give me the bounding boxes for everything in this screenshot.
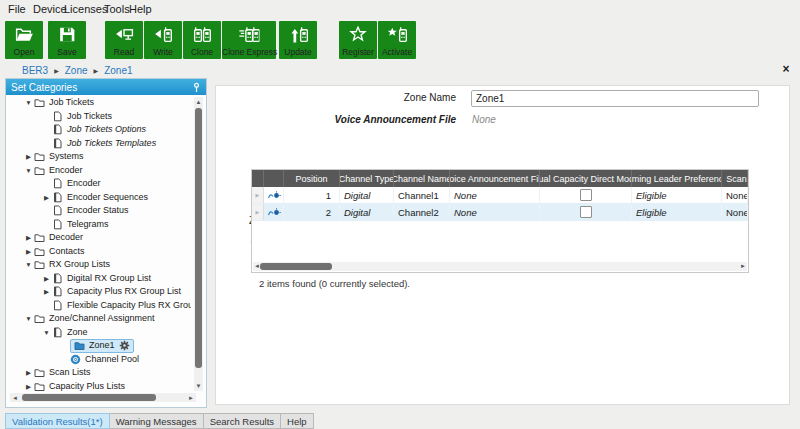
cell-scan[interactable]: None: [722, 204, 748, 220]
tree-item-job-tickets-templates[interactable]: Job Tickets Templates: [7, 137, 191, 151]
tree-item-flexible-capacity-plus-rx-group-list[interactable]: Flexible Capacity Plus RX Group List: [7, 299, 191, 313]
tree-item-digital-rx-group-list[interactable]: ▶Digital RX Group List: [7, 272, 191, 286]
menu-file[interactable]: File: [8, 3, 26, 15]
write-button[interactable]: Write: [144, 21, 182, 59]
column-header-position[interactable]: Position: [284, 170, 340, 187]
tree-item-zone[interactable]: ▼Zone: [7, 326, 191, 340]
tree-selected-item[interactable]: Zone1: [70, 339, 134, 353]
expander-collapsed-icon[interactable]: ▶: [41, 285, 52, 299]
expander-expanded-icon[interactable]: ▼: [41, 326, 52, 340]
tree-item-zone-channel-assignment[interactable]: ▼Zone/Channel Assignment: [7, 312, 191, 326]
tab-validation-results-1[interactable]: Validation Results(1*): [5, 413, 110, 429]
menu-device[interactable]: Device: [33, 3, 67, 15]
expander-collapsed-icon[interactable]: ▶: [23, 231, 34, 245]
scroll-right-icon[interactable]: ►: [740, 262, 746, 271]
tree-vertical-scrollbar[interactable]: ▲ ▼: [194, 97, 203, 391]
tree-horizontal-scrollbar[interactable]: ◄ ►: [10, 393, 196, 402]
tree-item-encoder-status[interactable]: Encoder Status: [7, 204, 191, 218]
close-icon[interactable]: ×: [779, 62, 793, 76]
tree-hscroll-thumb[interactable]: [22, 394, 156, 401]
cell-channel-type[interactable]: Digital: [340, 187, 394, 203]
breadcrumb-ber3[interactable]: BER3: [22, 65, 48, 76]
save-button[interactable]: Save: [48, 21, 86, 59]
tree-item-systems[interactable]: ▶Systems: [7, 150, 191, 164]
activate-button[interactable]: Activate: [378, 21, 416, 59]
column-header-channel-type[interactable]: Channel Type: [340, 170, 394, 187]
tree-item-scan-lists[interactable]: ▶Scan Lists: [7, 366, 191, 380]
tree-item-telegrams[interactable]: Telegrams: [7, 218, 191, 232]
menu-tools[interactable]: Tools: [104, 3, 130, 15]
table-horizontal-scrollbar[interactable]: ◄ ►: [253, 262, 747, 271]
tree-vscroll-thumb[interactable]: [195, 108, 202, 368]
tab-help[interactable]: Help: [281, 413, 314, 429]
tab-warning-messages[interactable]: Warning Messages: [110, 413, 204, 429]
cell-voice-announcement-file[interactable]: None: [450, 187, 540, 203]
column-header-channel-name[interactable]: Channel Name: [394, 170, 450, 187]
cell-voice-announcement-file[interactable]: None: [450, 204, 540, 220]
menu-licenses[interactable]: Licenses: [64, 3, 107, 15]
scroll-right-icon[interactable]: ►: [186, 395, 196, 401]
tree-item-contacts[interactable]: ▶Contacts: [7, 245, 191, 259]
scroll-down-icon[interactable]: ▼: [194, 381, 203, 391]
breadcrumb-zone[interactable]: Zone: [65, 65, 88, 76]
expander-expanded-icon[interactable]: ▼: [23, 96, 34, 110]
expander-expanded-icon[interactable]: ▼: [23, 312, 34, 326]
cell-position[interactable]: 2: [284, 204, 340, 220]
table-hscroll-thumb[interactable]: [260, 263, 332, 270]
table-row[interactable]: ▶1DigitalChannel1NoneEligibleNone: [252, 187, 748, 204]
expander-expanded-icon[interactable]: ▼: [23, 258, 34, 272]
update-button[interactable]: Update: [279, 21, 317, 59]
expander-collapsed-icon[interactable]: ▶: [23, 245, 34, 259]
tab-search-results[interactable]: Search Results: [204, 413, 281, 429]
expander-collapsed-icon[interactable]: ▶: [23, 150, 34, 164]
tree-item-channel-pool[interactable]: Channel Pool: [7, 353, 191, 367]
column-header-scan[interactable]: Scan: [722, 170, 748, 187]
table-row[interactable]: ▶2DigitalChannel2NoneEligibleNone: [252, 204, 748, 221]
tree-item-rx-group-lists[interactable]: ▼RX Group Lists: [7, 258, 191, 272]
clone-button[interactable]: Clone: [183, 21, 221, 59]
expander-collapsed-icon[interactable]: ▶: [41, 191, 52, 205]
open-button[interactable]: Open: [5, 21, 43, 59]
expander-collapsed-icon[interactable]: ▶: [23, 366, 34, 380]
cell-timing-leader-preference[interactable]: Eligible: [632, 204, 722, 220]
column-header-timing-leader-preference[interactable]: Timing Leader Preference: [632, 170, 722, 187]
tree-item-job-tickets[interactable]: ▼Job Tickets: [7, 96, 191, 110]
cell-timing-leader-preference[interactable]: Eligible: [632, 187, 722, 203]
zone-name-input[interactable]: [471, 90, 759, 107]
scroll-up-icon[interactable]: ▲: [194, 97, 203, 107]
dual-capacity-checkbox[interactable]: [580, 206, 592, 218]
tree-item-capacity-plus-rx-group-list[interactable]: ▶Capacity Plus RX Group List: [7, 285, 191, 299]
scroll-left-icon[interactable]: ◄: [10, 395, 20, 401]
column-header-dual-capacity-direct-mode[interactable]: Dual Capacity Direct Mode: [540, 170, 632, 187]
row-handle[interactable]: ▶: [252, 187, 264, 203]
expander-collapsed-icon[interactable]: ▶: [23, 380, 34, 394]
tree-item-label: Capacity Plus Lists: [49, 380, 125, 394]
clone-express-button[interactable]: Clone Express: [222, 21, 276, 59]
expander-collapsed-icon[interactable]: ▶: [41, 272, 52, 286]
gear-icon[interactable]: [119, 340, 130, 351]
column-header-voice-announcement-file[interactable]: Voice Announcement File: [450, 170, 540, 187]
register-button[interactable]: Register: [339, 21, 377, 59]
cell-channel-type[interactable]: Digital: [340, 204, 394, 220]
tree-item-job-tickets-options[interactable]: Job Tickets Options: [7, 123, 191, 137]
tree-item-encoder[interactable]: Encoder: [7, 177, 191, 191]
cell-position[interactable]: 1: [284, 187, 340, 203]
cell-scan[interactable]: None: [722, 187, 748, 203]
tree-item-encoder[interactable]: ▼Encoder: [7, 164, 191, 178]
read-button[interactable]: Read: [105, 21, 143, 59]
cell-channel-name[interactable]: Channel2: [394, 204, 450, 220]
tree-item-encoder-sequences[interactable]: ▶Encoder Sequences: [7, 191, 191, 205]
tree-item-capacity-plus-lists[interactable]: ▶Capacity Plus Lists: [7, 380, 191, 394]
dual-capacity-checkbox[interactable]: [580, 189, 592, 201]
cell-channel-name[interactable]: Channel1: [394, 187, 450, 203]
tree-item-zone1[interactable]: Zone1: [7, 339, 191, 353]
tree-item-job-tickets[interactable]: Job Tickets: [7, 110, 191, 124]
expander-expanded-icon[interactable]: ▼: [23, 164, 34, 178]
menu-help[interactable]: Help: [129, 3, 152, 15]
row-handle[interactable]: ▶: [252, 204, 264, 220]
pin-icon[interactable]: [192, 82, 201, 93]
tree-item-decoder[interactable]: ▶Decoder: [7, 231, 191, 245]
doc-icon: [52, 111, 64, 122]
toolbar-button-label: Clone: [183, 47, 221, 57]
breadcrumb-zone1[interactable]: Zone1: [104, 65, 132, 76]
